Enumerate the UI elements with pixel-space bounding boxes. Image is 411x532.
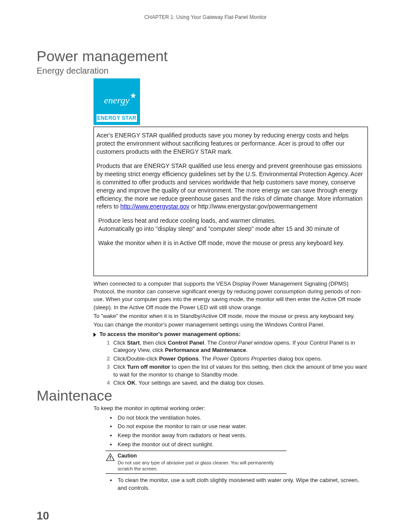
caution-icon: ! [106,453,115,461]
arrow-right-icon [93,333,96,337]
maintenance-intro: To keep the monitor in optimal working o… [93,404,368,412]
page-header: CHAPTER 1: Using Your Gateway Flat-Panel… [144,14,267,21]
caution-body: Do not use any type of abrasive pad or g… [118,460,274,471]
maintenance-title: Maintenace [37,388,368,404]
list-item: Do not expose the monitor to rain or use… [110,423,368,430]
box-paragraph-3: Produce less heat and reduce cooling loa… [97,217,365,225]
caution-title: Caution [118,453,286,460]
dpms-paragraph-1: When connected to a computer that suppor… [93,280,368,311]
section-title: Power management [37,48,368,64]
step-3: 3 Click Turn off monitor to open the lis… [101,363,368,378]
dpms-paragraph-2: To "wake" the monitor when it is in Stan… [93,312,368,320]
list-item: To clean the monitor, use a soft cloth s… [110,476,368,492]
energy-star-box: Acer's ENERGY STAR qualified products sa… [93,127,368,276]
section-subtitle: Energy declaration [37,65,368,77]
dpms-section: When connected to a computer that suppor… [93,280,368,329]
star-icon: ★ [130,90,137,101]
page-content: Power management Energy declaration ener… [37,48,368,493]
document-page: CHAPTER 1: Using Your Gateway Flat-Panel… [0,0,411,532]
page-number: 10 [37,508,49,523]
maintenance-bullets-after: To clean the monitor, use a soft cloth s… [110,476,368,492]
box-paragraph-1: Acer's ENERGY STAR qualified products sa… [97,131,365,156]
box-paragraph-2: Products that are ENERGY STAR qualified … [97,162,365,211]
box-paragraph-5: Wake the monitor when it is in Active Of… [97,239,365,247]
list-item: Keep the monitor away from radiators or … [110,432,368,439]
step-4: 4 Click OK. Your settings are saved, and… [101,379,368,387]
steps-header: To access the monitor's power management… [93,330,368,338]
step-1: 1 Click Start, then click Control Panel.… [101,339,368,354]
caution-box: ! Caution Do not use any type of abrasiv… [106,451,286,474]
energystar-link[interactable]: http://www.energystar.gov [120,203,189,210]
svg-text:!: ! [109,455,111,461]
energy-star-band: ENERGY STAR [96,114,137,122]
list-item: Keep the monitor out of direct sunlight. [110,441,368,448]
dpms-paragraph-3: You can change the monitor's power manag… [93,321,368,329]
steps-list: 1 Click Start, then click Control Panel.… [101,339,368,387]
box-paragraph-4: Automatically go into "display sleep" an… [97,225,365,233]
maintenance-bullets: Do not block the ventilation holes. Do n… [110,414,368,448]
list-item: Do not block the ventilation holes. [110,414,368,422]
energy-star-logo: energy ★ ENERGY STAR [93,78,140,125]
step-2: 2 Click/Double-click Power Options. The … [101,355,368,363]
